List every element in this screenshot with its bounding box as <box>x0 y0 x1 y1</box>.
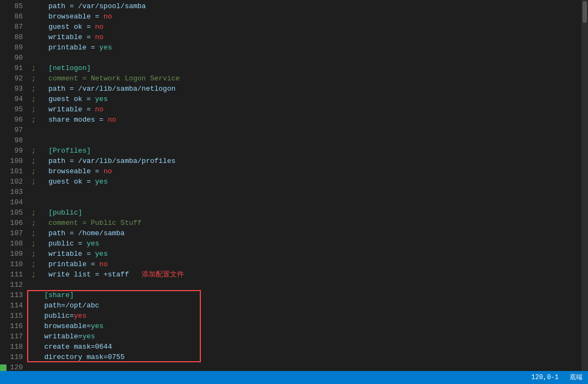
code-line: printable = yes <box>31 42 581 53</box>
code-segment: no <box>95 22 104 32</box>
code-line <box>31 135 581 146</box>
code-segment: public= <box>31 311 74 321</box>
code-line <box>31 197 581 207</box>
line-number: 105 <box>4 207 23 218</box>
line-number: 95 <box>4 104 23 115</box>
editor-mode: 底端 <box>570 372 583 383</box>
code-line: path=/opt/abc <box>31 300 581 311</box>
code-segment: no <box>95 32 104 42</box>
code-line: public=yes <box>31 311 581 321</box>
code-segment: yes <box>95 94 108 104</box>
status-bar: 120,0-1 底端 <box>0 371 588 384</box>
line-number: 91 <box>4 63 23 73</box>
line-number: 106 <box>4 218 23 228</box>
code-segment: no <box>99 259 108 269</box>
code-segment: yes <box>86 238 99 249</box>
code-segment: ; <box>31 63 36 73</box>
code-line: guest ok = no <box>31 22 581 32</box>
line-number: 94 <box>4 94 23 104</box>
code-segment: path = /home/samba <box>36 228 125 238</box>
code-segment: yes <box>83 331 95 342</box>
code-segment: guest ok = <box>36 177 95 187</box>
code-line: ; [netlogon] <box>31 63 581 73</box>
code-line: writable=yes <box>31 331 581 342</box>
line-number: 107 <box>4 228 23 238</box>
code-segment: ; <box>31 84 36 94</box>
code-line: ; guest ok = yes <box>31 177 581 187</box>
code-segment: path=/opt/abc <box>31 300 99 311</box>
line-number: 89 <box>4 42 23 53</box>
code-segment: writable = <box>36 249 95 259</box>
code-line: create mask=0644 <box>31 342 581 352</box>
code-segment: browseable = <box>36 166 104 177</box>
line-number: 98 <box>4 135 23 146</box>
code-segment: directory mask=0755 <box>31 352 125 362</box>
code-line: ; writable = yes <box>31 249 581 259</box>
code-line <box>31 187 581 197</box>
line-number: 103 <box>4 187 23 197</box>
code-line: writable = no <box>31 32 581 42</box>
code-segment: guest ok = <box>36 94 95 104</box>
code-line: ; share modes = no <box>31 115 581 125</box>
line-number: 90 <box>4 53 23 63</box>
line-number: 100 <box>4 156 23 166</box>
code-segment: no <box>104 11 112 22</box>
code-line: browseable=yes <box>31 321 581 331</box>
line-number: 101 <box>4 166 23 177</box>
green-indicator <box>0 364 7 371</box>
code-segment: browseable = <box>31 11 104 22</box>
code-line: ; comment = Network Logon Service <box>31 73 581 84</box>
line-number: 120 <box>4 362 23 371</box>
code-segment: writable = <box>31 32 95 42</box>
code-segment: yes <box>95 177 108 187</box>
code-segment: ; <box>31 73 36 84</box>
scrollbar[interactable] <box>581 0 588 371</box>
code-segment: no <box>108 115 116 125</box>
code-segment: printable = <box>31 42 99 53</box>
line-number: 86 <box>4 11 23 22</box>
scrollbar-thumb[interactable] <box>583 1 587 23</box>
line-number: 88 <box>4 32 23 42</box>
line-number: 108 <box>4 238 23 249</box>
line-number: 111 <box>4 269 23 280</box>
code-segment: ; <box>31 146 36 156</box>
code-segment: ; <box>31 166 36 177</box>
line-number: 92 <box>4 73 23 84</box>
code-segment: ; <box>31 238 36 249</box>
code-line <box>31 53 581 63</box>
code-segment: writable= <box>31 331 83 342</box>
line-number: 118 <box>4 342 23 352</box>
code-segment: ; <box>31 207 36 218</box>
code-segment: [Profiles] <box>36 146 91 156</box>
code-segment: ; <box>31 228 36 238</box>
code-segment: yes <box>91 321 103 331</box>
code-segment: share modes = <box>36 115 108 125</box>
line-number: 116 <box>4 321 23 331</box>
code-segment: [share] <box>31 290 74 300</box>
code-line: ; path = /var/lib/samba/profiles <box>31 156 581 166</box>
code-segment: ; <box>31 269 36 280</box>
code-line: ; guest ok = yes <box>31 94 581 104</box>
code-segment: yes <box>95 249 108 259</box>
code-segment: yes <box>74 311 86 321</box>
code-area: 8586878889909192939495969798991001011021… <box>0 0 588 371</box>
line-number: 99 <box>4 146 23 156</box>
code-segment: write list = +staff <box>36 269 129 280</box>
code-segment: ; <box>31 104 36 115</box>
code-segment: comment = Public Stuff <box>36 218 142 228</box>
code-line: ; [Profiles] <box>31 146 581 156</box>
line-number: 110 <box>4 259 23 269</box>
line-numbers: 8586878889909192939495969798991001011021… <box>0 0 27 371</box>
line-number: 117 <box>4 331 23 342</box>
code-line: directory mask=0755 <box>31 352 581 362</box>
code-line: ; path = /home/samba <box>31 228 581 238</box>
code-line: ; public = yes <box>31 238 581 249</box>
code-content[interactable]: path = /var/spool/samba browseable = no … <box>27 0 581 371</box>
code-segment: ; <box>31 156 36 166</box>
editor: 8586878889909192939495969798991001011021… <box>0 0 588 384</box>
line-number: 93 <box>4 84 23 94</box>
line-number: 102 <box>4 177 23 187</box>
code-segment: [public] <box>36 207 83 218</box>
code-segment: browseable= <box>31 321 91 331</box>
line-number: 109 <box>4 249 23 259</box>
